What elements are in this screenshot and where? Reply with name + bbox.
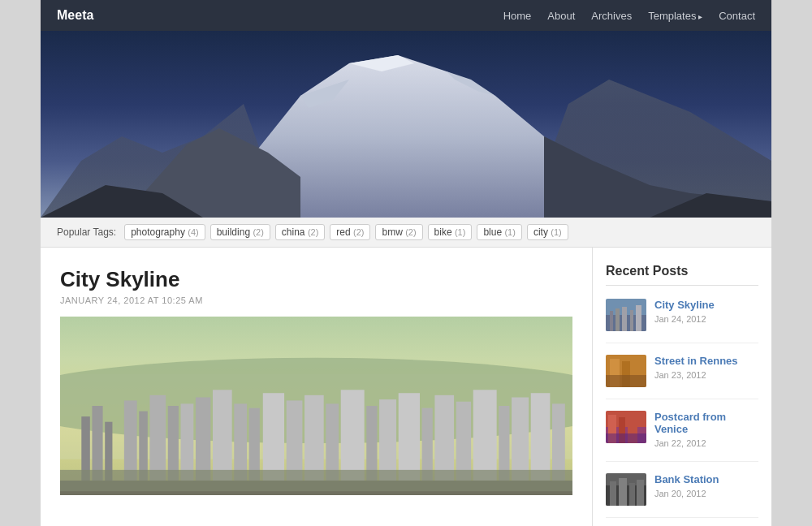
svg-rect-25 (249, 408, 260, 481)
svg-rect-64 (610, 481, 616, 506)
svg-rect-26 (263, 393, 284, 481)
svg-rect-39 (512, 397, 529, 481)
rp-info: Street in Rennes Jan 23, 2012 (654, 355, 738, 382)
rp-link-city[interactable]: City Skyline (654, 299, 715, 311)
tag-city[interactable]: city (1) (527, 224, 568, 240)
nav-templates[interactable]: Templates (648, 10, 702, 22)
svg-rect-50 (636, 305, 641, 331)
svg-rect-49 (630, 310, 633, 331)
svg-rect-37 (473, 390, 497, 481)
tag-building[interactable]: building (2) (210, 224, 270, 240)
brand-logo: Meeta (57, 8, 93, 23)
nav-contact[interactable]: Contact (719, 10, 755, 22)
tag-bike[interactable]: bike (1) (428, 224, 473, 240)
post-date: January 24, 2012 at 10:25 AM (60, 295, 572, 305)
svg-rect-28 (304, 395, 324, 481)
recent-post-item: Bank Station Jan 20, 2012 (606, 473, 758, 518)
sidebar-title: Recent Posts (606, 264, 758, 286)
rp-date-bank: Jan 20, 2012 (654, 489, 706, 498)
recent-post-item: Postcard from Venice Jan 22, 2012 (606, 411, 758, 462)
svg-rect-65 (619, 478, 627, 506)
rp-thumb-bank (606, 473, 646, 506)
svg-rect-38 (499, 406, 509, 481)
rp-link-bank[interactable]: Bank Station (654, 473, 719, 485)
svg-rect-66 (629, 483, 635, 506)
post-featured-image (60, 317, 572, 495)
svg-rect-35 (434, 395, 454, 481)
rp-date-rennes: Jan 23, 2012 (654, 370, 706, 380)
rp-info: Postcard from Venice Jan 22, 2012 (654, 411, 758, 450)
svg-rect-29 (326, 403, 339, 481)
tag-china[interactable]: china (2) (275, 224, 325, 240)
svg-rect-23 (213, 390, 232, 481)
svg-rect-21 (181, 403, 194, 481)
nav-archives[interactable]: Archives (591, 10, 632, 22)
svg-rect-47 (615, 308, 620, 331)
svg-rect-24 (234, 403, 247, 481)
svg-rect-22 (196, 397, 210, 481)
rp-date-venice: Jan 22, 2012 (654, 438, 706, 448)
svg-rect-31 (366, 406, 377, 481)
svg-rect-41 (552, 403, 565, 481)
svg-rect-27 (287, 400, 303, 481)
tags-label: Popular Tags: (57, 226, 116, 238)
hero-image (41, 31, 771, 218)
tag-blue[interactable]: blue (1) (477, 224, 521, 240)
rp-thumb-rennes (606, 355, 646, 387)
rp-link-rennes[interactable]: Street in Rennes (654, 355, 738, 367)
tag-bmw[interactable]: bmw (2) (375, 224, 422, 240)
svg-rect-15 (92, 406, 102, 481)
rp-link-venice[interactable]: Postcard from Venice (654, 411, 758, 435)
svg-rect-36 (456, 402, 471, 481)
rp-thumb-venice (606, 411, 646, 443)
svg-rect-34 (422, 408, 433, 481)
svg-rect-43 (60, 470, 572, 491)
tag-red[interactable]: red (2) (330, 224, 370, 240)
svg-rect-48 (622, 307, 627, 331)
svg-rect-40 (531, 393, 551, 481)
recent-post-item: City Skyline Jan 24, 2012 (606, 299, 758, 343)
svg-rect-30 (341, 390, 365, 481)
navbar: Meeta Home About Archives Templates Cont… (41, 0, 771, 31)
svg-rect-46 (610, 311, 613, 331)
svg-rect-20 (168, 406, 179, 481)
tags-bar: Popular Tags: photography (4) building (… (41, 218, 771, 248)
svg-rect-17 (124, 400, 137, 481)
svg-rect-67 (637, 480, 644, 506)
main-content: City Skyline January 24, 2012 at 10:25 A… (41, 248, 593, 526)
svg-rect-33 (399, 393, 420, 481)
svg-rect-19 (149, 395, 166, 481)
post-title: City Skyline (60, 267, 572, 292)
nav-home[interactable]: Home (503, 10, 532, 22)
sidebar: Recent Posts City Skyline (593, 248, 771, 526)
nav-about[interactable]: About (547, 10, 575, 22)
svg-rect-61 (606, 433, 646, 443)
tag-photography[interactable]: photography (4) (124, 224, 205, 240)
content-area: City Skyline January 24, 2012 at 10:25 A… (41, 248, 771, 526)
svg-rect-32 (379, 399, 396, 481)
svg-rect-55 (606, 375, 646, 387)
rp-info: City Skyline Jan 24, 2012 (654, 299, 715, 326)
rp-info: Bank Station Jan 20, 2012 (654, 473, 719, 500)
main-nav: Home About Archives Templates Contact (503, 10, 755, 22)
rp-date-city: Jan 24, 2012 (654, 314, 706, 324)
recent-post-item: Street in Rennes Jan 23, 2012 (606, 355, 758, 399)
rp-thumb-city (606, 299, 646, 331)
